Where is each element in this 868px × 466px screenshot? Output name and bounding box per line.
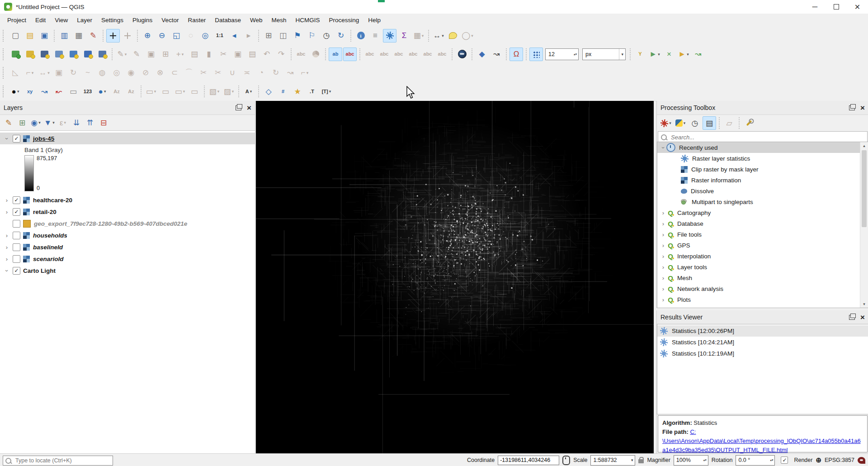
render-checkbox[interactable] (781, 456, 788, 464)
chevron-right-icon[interactable]: › (4, 244, 10, 251)
vector-trace-tool-button[interactable]: ↝ (490, 48, 503, 61)
spinner-arrows-icon[interactable]: ▴▾ (702, 459, 708, 461)
layer-visibility-checkbox[interactable] (13, 220, 20, 228)
history-button[interactable]: ◷ (688, 116, 702, 130)
zoom-full-button[interactable]: ◱ (170, 29, 183, 43)
close-panel-icon[interactable]: × (860, 104, 865, 112)
zoom-out-button[interactable]: ⊖ (155, 29, 169, 43)
layer-visibility-checkbox[interactable] (13, 232, 20, 239)
new-spatialite-layer-button[interactable] (38, 48, 51, 61)
chevron-right-icon[interactable]: › (660, 242, 666, 249)
chevron-right-icon[interactable]: › (660, 296, 666, 303)
zoom-native-button[interactable]: 1:1 (213, 29, 226, 43)
identify-features-button[interactable]: i (354, 29, 368, 43)
messages-balloon-icon[interactable] (858, 457, 865, 464)
layer-labeling-button[interactable]: ab (329, 48, 342, 61)
layer-visibility-checkbox[interactable] (13, 255, 20, 263)
magnifier-spinbox[interactable]: 100% ▴▾ (674, 455, 708, 466)
chevron-right-icon[interactable]: › (4, 232, 10, 239)
scroll-thumb[interactable] (862, 150, 867, 227)
toolbox-algorithm-row[interactable]: Raster layer statistics (657, 153, 868, 164)
toolbox-scrollbar[interactable]: ▴ ▾ (860, 142, 868, 308)
menu-view[interactable]: View (50, 15, 72, 25)
options-button[interactable] (742, 116, 756, 130)
chevron-right-icon[interactable]: › (660, 253, 666, 260)
text-point-tool-button[interactable]: .T (305, 85, 319, 98)
coordinate-input[interactable] (498, 456, 559, 465)
new-shapefile-layer-button[interactable] (23, 48, 37, 61)
expand-all-button[interactable]: ⇊ (70, 116, 83, 129)
close-button[interactable]: ✕ (847, 0, 868, 14)
compound-curve-tool-button[interactable]: ↜ (52, 85, 66, 98)
chevron-right-icon[interactable]: › (660, 275, 666, 281)
close-panel-icon[interactable]: × (247, 104, 251, 112)
menu-processing[interactable]: Processing (325, 15, 364, 25)
chevron-down-icon[interactable]: › (4, 267, 10, 274)
mouse-extents-icon[interactable] (562, 456, 570, 465)
menu-raster[interactable]: Raster (183, 15, 210, 25)
spinner-arrows-icon[interactable]: ▴▾ (769, 459, 774, 461)
toolbox-group-interpolation[interactable]: ›QInterpolation (657, 251, 868, 262)
processing-toolbox-toggle-button[interactable] (383, 29, 396, 43)
circular-string-tool-button[interactable]: ↝ (38, 85, 51, 98)
units-combo-button[interactable]: px▾ (581, 48, 627, 61)
file-path-link[interactable]: \Users\Anson\AppData\Local\Temp\processi… (662, 437, 861, 453)
snapping-magnet-button[interactable]: Ω (509, 48, 523, 61)
toolbox-algorithm-row[interactable]: Multipart to singleparts (657, 196, 868, 207)
chevron-right-icon[interactable]: › (660, 264, 666, 271)
dots-grid-toggle-button[interactable] (529, 48, 543, 61)
temporal-controller-button[interactable]: ◷ (320, 29, 333, 43)
toolbox-group-mesh[interactable]: ›QMesh (657, 272, 868, 283)
layer-visibility-checkbox[interactable] (13, 196, 20, 204)
topology-link-tool-button[interactable]: # (276, 85, 290, 98)
blob-symbol-tool-button[interactable]: ●▾ (95, 85, 109, 98)
open-layer-styling-button[interactable]: ✎ (2, 116, 15, 129)
close-panel-icon[interactable]: × (860, 314, 865, 321)
pan-map-button[interactable] (106, 29, 120, 43)
freehand-plugin-button[interactable]: ↝ (691, 48, 705, 61)
chevron-right-icon[interactable]: › (660, 231, 666, 238)
layer-visibility-checkbox[interactable] (13, 135, 20, 143)
lock-icon[interactable] (638, 459, 644, 463)
menu-vector[interactable]: Vector (157, 15, 183, 25)
python-scripts-button[interactable]: ▾ (674, 116, 687, 130)
node-tool-plugin-button[interactable]: Y (633, 48, 647, 61)
manage-map-themes-button[interactable]: ◉▾ (29, 116, 42, 129)
measure-line-button[interactable]: ↔▾ (432, 29, 445, 43)
crs-globe-icon[interactable]: ⊕ (816, 456, 821, 464)
refresh-map-button[interactable]: ↻ (334, 29, 348, 43)
new-project-button[interactable]: ▢ (9, 29, 22, 43)
statistical-summary-button[interactable]: ≡ (368, 29, 382, 43)
toolbar-drag-handle[interactable] (3, 86, 6, 97)
layer-row[interactable]: ›baselineId (0, 241, 255, 253)
chevron-right-icon[interactable]: › (660, 285, 666, 292)
file-path-drive-link[interactable]: C: (690, 428, 696, 435)
qms-search-button[interactable] (455, 48, 469, 61)
menu-layer[interactable]: Layer (72, 15, 97, 25)
toolbar-drag-handle[interactable] (3, 67, 6, 79)
toolbox-group-plots[interactable]: ›QPlots (657, 294, 868, 305)
float-panel-icon[interactable] (849, 315, 855, 320)
menu-mesh[interactable]: Mesh (267, 15, 291, 25)
new-print-layout-button[interactable]: ▥ (57, 29, 71, 43)
toolbox-group-network-analysis[interactable]: ›QNetwork analysis (657, 283, 868, 294)
scale-combo[interactable]: 1:588732 ▾ (590, 455, 635, 466)
menu-hcmgis[interactable]: HCMGIS (291, 15, 325, 25)
locator-input[interactable] (14, 457, 110, 464)
toolbox-group-file-tools[interactable]: ›QFile tools (657, 229, 868, 240)
new-geopackage-layer-button[interactable] (9, 48, 22, 61)
layer-row[interactable]: ›Carto Light (0, 265, 255, 276)
vector-network-tool-button[interactable]: ◆ (475, 48, 489, 61)
chevron-right-icon[interactable]: › (660, 209, 666, 216)
layer-visibility-checkbox[interactable] (13, 208, 20, 216)
html-annotation-button[interactable]: [T]▾ (320, 85, 333, 98)
collapse-all-button[interactable]: ⇈ (84, 116, 96, 129)
menu-web[interactable]: Web (245, 15, 267, 25)
toolbox-group-gps[interactable]: ›QGPS (657, 240, 868, 251)
new-temporary-scratch-layer-button[interactable] (52, 48, 66, 61)
scroll-up-icon[interactable]: ▴ (863, 142, 865, 149)
toolbox-group-layer-tools[interactable]: ›QLayer tools (657, 262, 868, 272)
regular-point-tool-button[interactable]: xy (23, 85, 37, 98)
menu-settings[interactable]: Settings (97, 15, 128, 25)
menu-help[interactable]: Help (363, 15, 385, 25)
